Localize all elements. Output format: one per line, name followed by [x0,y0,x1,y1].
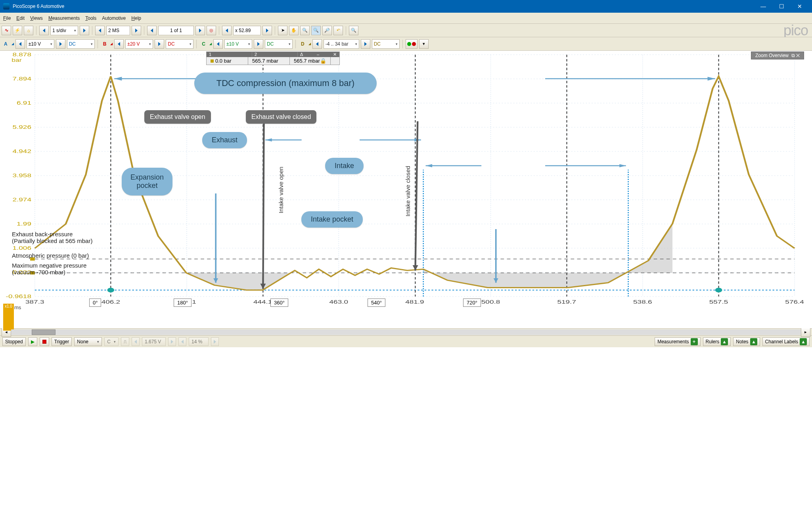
zoom-fit-icon[interactable]: 🔍 [349,26,358,35]
samples-next[interactable] [132,26,141,35]
samples-prev[interactable] [95,26,105,35]
menu-edit[interactable]: Edit [16,15,25,21]
menu-help[interactable]: Help [131,15,141,21]
measurements-button[interactable]: Measurements [655,337,700,346]
ch-a-range[interactable]: ±10 V▾ [27,39,54,49]
ch-c-coupling[interactable]: DC▾ [265,39,293,49]
ch-d-range-prev[interactable] [312,39,322,49]
stop-button[interactable] [40,337,49,346]
ch-b-range[interactable]: ±20 V▾ [125,39,153,49]
menu-measurements[interactable]: Measurements [48,15,80,21]
channel-a-label[interactable]: A [2,39,10,49]
svg-text:5.926: 5.926 [12,124,31,130]
ch-c-range-next[interactable] [254,39,263,49]
menu-file[interactable]: File [3,15,11,21]
ch-a-range-next[interactable] [56,39,65,49]
samples-select[interactable]: 2 MS [106,26,130,35]
trigger-mode[interactable]: None▾ [74,337,102,346]
ch-d-range-next[interactable] [361,39,370,49]
pointer-icon[interactable]: ➤ [278,26,287,35]
menu-tools[interactable]: Tools [85,15,96,21]
svg-text:538.6: 538.6 [633,299,652,304]
svg-text:1.006: 1.006 [12,245,31,251]
channel-d-label[interactable]: D [299,39,307,49]
svg-text:1.99: 1.99 [17,221,31,226]
svg-text:406.2: 406.2 [102,299,121,304]
trigger-pct-next [211,337,219,346]
svg-text:463.0: 463.0 [329,299,349,304]
maximize-button[interactable]: ☐ [772,0,791,13]
degree-tag-720[interactable]: 720° [463,299,481,307]
scroll-right-icon[interactable]: ▸ [801,327,810,337]
svg-line-50 [263,121,264,289]
zoom-select[interactable]: x 52.89 [233,26,261,35]
horizontal-scrollbar[interactable]: ◂ ▸ [0,328,812,335]
buffer-prev[interactable] [147,26,157,35]
zoom-in-icon[interactable]: 🔍 [300,26,310,35]
timebase-next[interactable] [80,26,89,35]
zoom-out-icon[interactable]: 🔎 [322,26,332,35]
svg-text:7.894: 7.894 [12,76,31,81]
minimize-button[interactable]: — [754,0,772,13]
delta-ruler-legend[interactable]: 1 2 Δ–✕ 0.0 bar 565.7 mbar 565.7 mbar🔒 [206,52,340,65]
timebase-prev[interactable] [39,26,49,35]
ch-b-coupling[interactable]: DC▾ [166,39,193,49]
channel-b-label[interactable]: B [101,39,109,49]
degree-tag-360[interactable]: 360° [270,299,288,307]
zoom-badge: x1.0 [3,304,14,331]
ch-d-range[interactable]: -4 .. 34 bar▾ [324,39,359,49]
annotation-backpressure: Exhaust back-pressure (Partially blocked… [12,231,92,244]
run-button[interactable]: ▶ [28,337,37,346]
ch-b-range-next[interactable] [155,39,164,49]
svg-marker-39 [265,138,272,142]
brand-logo: pico [783,22,808,39]
rulers-button[interactable]: Rulers [703,337,731,346]
notes-button[interactable]: Notes [733,337,760,346]
annotation-evc: Exhaust valve closed [246,110,316,124]
channel-labels-button[interactable]: Channel Labels [762,337,810,346]
degree-tag-180[interactable]: 180° [174,299,192,307]
trigger-pct: 14 % [189,337,209,346]
ch-b-range-prev[interactable] [114,39,124,49]
ch-a-coupling[interactable]: DC▾ [67,39,95,49]
ch-a-range-prev[interactable] [15,39,25,49]
annotation-exhaust: Exhaust [202,132,247,148]
buffer-nav-icon[interactable]: ◎ [207,26,216,35]
zoom-overview-tab[interactable]: Zoom Overview ⧉ ✕ [751,52,804,59]
zoom-prev[interactable] [222,26,232,35]
buffer-indicator[interactable]: 1 of 1 [158,26,194,35]
undo-zoom-icon[interactable]: ↶ [333,26,343,35]
close-button[interactable]: ✕ [791,0,809,13]
trigger-pct-prev [178,337,186,346]
degree-tag-540[interactable]: 540° [368,299,385,307]
svg-text:2.974: 2.974 [12,197,31,202]
annotation-evo: Exhaust valve open [144,110,211,124]
trigger-level-next [168,337,176,346]
ch-c-range-prev[interactable] [213,39,223,49]
window-title: PicoScope 6 Automotive [13,4,64,9]
trigger-level-prev [132,337,140,346]
svg-text:481.9: 481.9 [405,299,424,304]
delta-min-icon[interactable]: – [317,52,319,57]
delta-close-icon[interactable]: ✕ [333,52,337,57]
menu-views[interactable]: Views [30,15,43,21]
buffer-next[interactable] [195,26,205,35]
lock-icon[interactable]: 🔒 [320,58,326,64]
extra-dropdown[interactable]: ▾ [419,39,429,49]
lightning-icon[interactable]: ⚡ [13,26,22,35]
zoom-next[interactable] [262,26,272,35]
ch-d-coupling[interactable]: DC▾ [372,39,400,49]
timebase-select[interactable]: 1 s/div▾ [50,26,78,35]
menu-automotive[interactable]: Automotive [102,15,126,21]
scope-mode-icon[interactable]: ∿ [2,26,11,35]
home-icon[interactable]: ⌂ [24,26,33,35]
zoom-area-icon[interactable]: 🔍 [311,26,321,35]
svg-text:500.8: 500.8 [481,299,500,304]
degree-tag-0[interactable]: 0° [89,299,101,307]
channel-c-label[interactable]: C [199,39,208,49]
ch-c-range[interactable]: ±10 V▾ [224,39,252,49]
hand-icon[interactable]: ✋ [289,26,299,35]
led-green-icon[interactable] [406,39,417,49]
scroll-thumb[interactable] [32,329,56,335]
annotation-expansion-pocket: Expansion pocket [122,168,172,195]
